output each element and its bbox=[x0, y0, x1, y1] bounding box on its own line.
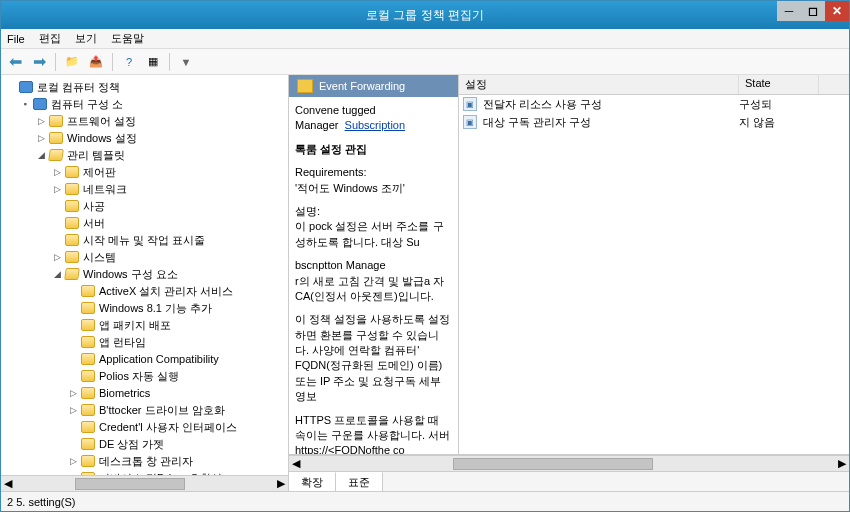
folder-icon bbox=[48, 149, 64, 161]
tab-standard[interactable]: 표준 bbox=[336, 472, 383, 491]
folder-icon bbox=[81, 387, 95, 399]
folder-icon bbox=[65, 251, 79, 263]
tree-node[interactable]: ▷프트웨어 설정 bbox=[3, 113, 286, 129]
setting-icon: ▣ bbox=[463, 115, 477, 129]
expander-icon[interactable]: ▷ bbox=[67, 405, 79, 415]
tree-node[interactable]: ▷제어판 bbox=[3, 164, 286, 180]
properties-icon[interactable]: ▦ bbox=[143, 52, 163, 72]
menu-help[interactable]: 도움말 bbox=[111, 31, 144, 46]
tree-node[interactable]: ▷네트워크 bbox=[3, 181, 286, 197]
tree-node[interactable]: ◢Windows 구성 요소 bbox=[3, 266, 286, 282]
tree-node[interactable]: Application Compatibility bbox=[3, 351, 286, 367]
expander-icon[interactable]: ▷ bbox=[51, 167, 63, 177]
folder-icon bbox=[64, 268, 80, 280]
folder-icon bbox=[81, 353, 95, 365]
tree-node[interactable]: 서버 bbox=[3, 215, 286, 231]
folder-icon bbox=[81, 336, 95, 348]
folder-icon bbox=[81, 455, 95, 467]
tree-root-node[interactable]: 로컬 컴퓨터 정책 bbox=[3, 79, 286, 95]
folder-icon bbox=[297, 79, 313, 93]
export-icon[interactable]: 📤 bbox=[86, 52, 106, 72]
col-state[interactable]: State bbox=[739, 75, 819, 94]
menubar: File 편집 보기 도움말 bbox=[1, 29, 849, 49]
desc-section-a: 톡룸 설정 관집 bbox=[295, 143, 367, 155]
window-title: 로컬 그룹 정책 편집기 bbox=[1, 7, 849, 24]
list-item[interactable]: ▣전달자 리소스 사용 구성구성되 bbox=[459, 95, 849, 113]
desc-text-1: 이 pock 설정은 서버 주소를 구성하도록 합니다. 대상 Su bbox=[295, 219, 452, 250]
settings-list: 설정 State ▣전달자 리소스 사용 구성구성되▣대상 구독 관리자 구성지… bbox=[459, 75, 849, 454]
tree-node[interactable]: ▷B'ttocker 드라이브 암호화 bbox=[3, 402, 286, 418]
desc-text-4: 이 정책 설정을 사용하도록 설정하면 환본를 구성할 수 있습니다. 사양에 … bbox=[295, 312, 452, 358]
tree-hscrollbar[interactable]: ◀ ▶ bbox=[1, 475, 288, 491]
status-bar: 2 5. setting(S) bbox=[1, 491, 849, 511]
titlebar: 로컬 그룹 정책 편집기 ─ ◻ ✕ bbox=[1, 1, 849, 29]
desc-text-3: r의 새로 고침 간격 및 발급a 자 CA(인정서 아웃젠트)입니다. bbox=[295, 274, 452, 305]
tree-node[interactable]: ◢관리 템플릿 bbox=[3, 147, 286, 163]
tree-node[interactable]: 앱 런타임 bbox=[3, 334, 286, 350]
expander-icon[interactable]: ▷ bbox=[35, 133, 47, 143]
expander-icon[interactable]: ▷ bbox=[51, 252, 63, 262]
expander-icon[interactable]: ◢ bbox=[51, 269, 63, 279]
details-title: Event Forwarding bbox=[319, 80, 405, 92]
close-button[interactable]: ✕ bbox=[825, 1, 849, 21]
expander-icon[interactable]: ◢ bbox=[35, 150, 47, 160]
filter-icon[interactable]: ▼ bbox=[176, 52, 196, 72]
menu-file[interactable]: File bbox=[7, 33, 25, 45]
tree-node[interactable]: Credent'l 사용자 인터페이스 bbox=[3, 419, 286, 435]
folder-icon bbox=[81, 302, 95, 314]
nav-forward-icon[interactable]: ➡ bbox=[29, 52, 49, 72]
tree-node[interactable]: ActiveX 설치 관리자 서비스 bbox=[3, 283, 286, 299]
folder-icon bbox=[65, 200, 79, 212]
tree-node[interactable]: ▷시스템 bbox=[3, 249, 286, 265]
tree-node[interactable]: DE 상점 가젯 bbox=[3, 436, 286, 452]
folder-icon bbox=[81, 438, 95, 450]
folder-icon bbox=[65, 166, 79, 178]
folder-icon bbox=[33, 98, 47, 110]
tab-extended[interactable]: 확장 bbox=[289, 472, 336, 491]
folder-up-icon[interactable]: 📁 bbox=[62, 52, 82, 72]
view-tabs: 확장 표준 bbox=[289, 471, 849, 491]
tree-node[interactable]: ▷Windows 설정 bbox=[3, 130, 286, 146]
folder-icon bbox=[65, 234, 79, 246]
toolbar: ⬅ ➡ 📁 📤 ? ▦ ▼ bbox=[1, 49, 849, 75]
folder-icon bbox=[81, 370, 95, 382]
tree-node[interactable]: ▷Biometrics bbox=[3, 385, 286, 401]
setting-icon: ▣ bbox=[463, 97, 477, 111]
status-text: 2 5. setting(S) bbox=[7, 496, 75, 508]
help-icon[interactable]: ? bbox=[119, 52, 139, 72]
policy-icon bbox=[19, 81, 33, 93]
nav-back-icon[interactable]: ⬅ bbox=[5, 52, 25, 72]
desc-text-5: FQDN(정규화된 도메인) 이름) 또는 IP 주소 및 요청구독 세부 영보 bbox=[295, 358, 452, 404]
col-name[interactable]: 설정 bbox=[459, 75, 739, 94]
folder-icon bbox=[49, 115, 63, 127]
tree-node[interactable]: Polios 자동 실행 bbox=[3, 368, 286, 384]
desc-label: 설명: bbox=[295, 204, 452, 219]
maximize-button[interactable]: ◻ bbox=[801, 1, 825, 21]
list-hscrollbar[interactable]: ◀ ▶ bbox=[289, 455, 849, 471]
menu-edit[interactable]: 편집 bbox=[39, 31, 61, 46]
expander-icon[interactable]: ▪ bbox=[19, 99, 31, 109]
expander-icon[interactable]: ▷ bbox=[35, 116, 47, 126]
desc-text-2: bscnptton Manage bbox=[295, 258, 452, 273]
expander-icon[interactable]: ▷ bbox=[51, 184, 63, 194]
folder-icon bbox=[81, 285, 95, 297]
tree-node[interactable]: ▪컴퓨터 구성 소 bbox=[3, 96, 286, 112]
minimize-button[interactable]: ─ bbox=[777, 1, 801, 21]
subscription-link[interactable]: Subscription bbox=[345, 119, 406, 131]
folder-icon bbox=[81, 404, 95, 416]
folder-icon bbox=[81, 421, 95, 433]
tree-node[interactable]: 사공 bbox=[3, 198, 286, 214]
list-item[interactable]: ▣대상 구독 관리자 구성지 않음 bbox=[459, 113, 849, 131]
details-header: Event Forwarding bbox=[289, 75, 458, 97]
tree-node[interactable]: 앱 패키지 배포 bbox=[3, 317, 286, 333]
menu-view[interactable]: 보기 bbox=[75, 31, 97, 46]
expander-icon[interactable]: ▷ bbox=[67, 456, 79, 466]
tree-node[interactable]: ▷데스크톱 창 관리자 bbox=[3, 453, 286, 469]
expander-icon[interactable]: ▷ bbox=[67, 388, 79, 398]
folder-icon bbox=[49, 132, 63, 144]
tree-node[interactable]: 시작 메뉴 및 작업 표시줄 bbox=[3, 232, 286, 248]
tree-panel[interactable]: 로컬 컴퓨터 정책▪컴퓨터 구성 소▷프트웨어 설정▷Windows 설정◢관리… bbox=[1, 75, 289, 491]
folder-icon bbox=[65, 217, 79, 229]
tree-node[interactable]: Windows 8.1 기능 추가 bbox=[3, 300, 286, 316]
req-label: Requirements: bbox=[295, 165, 452, 180]
